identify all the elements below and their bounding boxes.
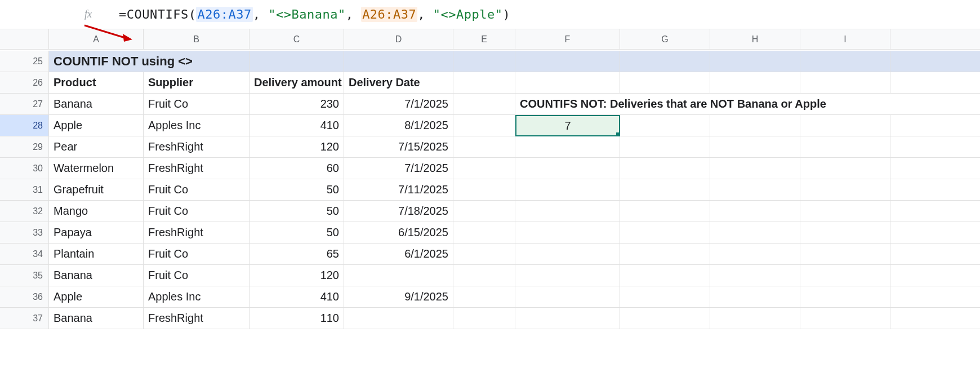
cell-amount[interactable]: 230 [250,94,344,115]
cell-supplier[interactable]: FreshRight [144,308,250,329]
cell-amount[interactable]: 50 [250,179,344,201]
cell[interactable] [515,308,620,329]
cell[interactable] [620,115,710,136]
cell[interactable] [344,51,453,72]
cell[interactable] [453,158,515,179]
cell[interactable] [620,179,710,201]
cell-product[interactable]: Banana [49,265,144,286]
col-header-I[interactable]: I [800,29,890,50]
cell[interactable] [515,286,620,308]
cell[interactable] [800,136,890,158]
cell[interactable] [453,51,515,72]
cell[interactable] [453,136,515,158]
cell[interactable] [453,308,515,329]
cell[interactable] [620,72,710,94]
row-header-37[interactable]: 37 [0,308,49,329]
header-amount[interactable]: Delivery amount [250,72,344,94]
cell[interactable] [710,51,800,72]
cell[interactable] [453,286,515,308]
cell[interactable] [620,136,710,158]
cell[interactable] [890,265,980,286]
cell-date[interactable]: 7/1/2025 [344,94,453,115]
cell-supplier[interactable]: Fruit Co [144,244,250,265]
cell[interactable] [800,51,890,72]
cell-product[interactable]: Banana [49,308,144,329]
cell[interactable] [890,136,980,158]
spreadsheet-grid[interactable]: A B C D E F G H I 25 COUNTIF NOT using <… [0,29,980,329]
fill-handle[interactable] [616,132,620,136]
cell[interactable] [710,265,800,286]
cell-product[interactable]: Banana [49,94,144,115]
cell[interactable] [710,158,800,179]
cell-amount[interactable]: 120 [250,265,344,286]
cell-amount[interactable]: 50 [250,222,344,244]
cell-product[interactable]: Apple [49,115,144,136]
active-cell-result[interactable]: 7 [515,115,620,136]
cell-supplier[interactable]: Fruit Co [144,265,250,286]
cell-product[interactable]: Mango [49,201,144,222]
col-header-F[interactable]: F [515,29,620,50]
formula-input[interactable]: =COUNTIFS(A26:A37, "<>Banana", A26:A37, … [119,7,510,21]
cell[interactable] [515,222,620,244]
cell[interactable] [620,51,710,72]
cell[interactable] [620,222,710,244]
cell-amount[interactable]: 60 [250,158,344,179]
cell[interactable] [620,286,710,308]
row-header-32[interactable]: 32 [0,201,49,222]
cell[interactable] [800,201,890,222]
col-header-extra[interactable] [890,29,980,50]
cell-supplier[interactable]: FreshRight [144,136,250,158]
row-header-33[interactable]: 33 [0,222,49,244]
col-header-A[interactable]: A [49,29,144,50]
cell-amount[interactable]: 50 [250,201,344,222]
cell[interactable] [710,115,800,136]
cell[interactable] [620,201,710,222]
header-date[interactable]: Delivery Date [344,72,453,94]
cell[interactable] [620,265,710,286]
cell-date[interactable]: 9/1/2025 [344,286,453,308]
cell[interactable] [800,286,890,308]
cell[interactable] [250,51,344,72]
cell-amount[interactable]: 410 [250,115,344,136]
cell[interactable] [620,158,710,179]
cell[interactable] [515,158,620,179]
cell-amount[interactable]: 410 [250,286,344,308]
cell[interactable] [515,72,620,94]
cell[interactable] [515,136,620,158]
cell[interactable] [800,115,890,136]
cell[interactable] [515,244,620,265]
row-header-35[interactable]: 35 [0,265,49,286]
cell-date[interactable]: 7/18/2025 [344,201,453,222]
cell[interactable] [800,222,890,244]
cell-product[interactable]: Papaya [49,222,144,244]
cell[interactable] [453,201,515,222]
cell[interactable] [890,244,980,265]
cell[interactable] [890,115,980,136]
cell[interactable] [710,222,800,244]
cell[interactable] [515,201,620,222]
col-header-C[interactable]: C [250,29,344,50]
cell-supplier[interactable]: Fruit Co [144,179,250,201]
row-header-28[interactable]: 28 [0,115,49,136]
cell[interactable] [800,72,890,94]
cell[interactable] [710,136,800,158]
cell[interactable] [890,72,980,94]
cell[interactable] [710,72,800,94]
cell[interactable] [453,94,515,115]
cell-date[interactable]: 7/15/2025 [344,136,453,158]
cell-product[interactable]: Watermelon [49,158,144,179]
cell-product[interactable]: Plantain [49,244,144,265]
cell[interactable] [890,158,980,179]
col-header-H[interactable]: H [710,29,800,50]
cell-supplier[interactable]: Apples Inc [144,115,250,136]
cell[interactable] [515,265,620,286]
row-header-36[interactable]: 36 [0,286,49,308]
row-header-25[interactable]: 25 [0,51,49,72]
cell-amount[interactable]: 120 [250,136,344,158]
cell[interactable] [710,244,800,265]
cell-date[interactable]: 7/11/2025 [344,179,453,201]
cell[interactable] [890,286,980,308]
cell-date[interactable]: 7/1/2025 [344,158,453,179]
cell[interactable] [800,179,890,201]
cell-supplier[interactable]: FreshRight [144,222,250,244]
